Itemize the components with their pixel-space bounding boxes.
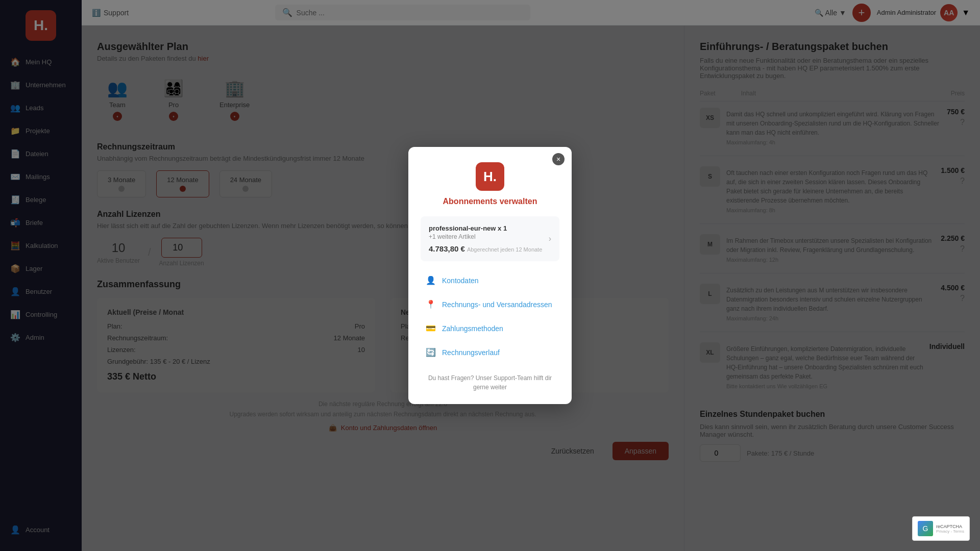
subscription-price: 4.783,80 € [429,244,465,253]
subscription-card[interactable]: professional-eur-new x 1 +1 weitere Arti… [421,216,559,261]
location-icon: 📍 [426,299,436,309]
recaptcha-text: reCAPTCHA Privacy - Terms [936,524,964,534]
subscription-more: +1 weitere Artikel [429,233,549,240]
menu-item-rechnungsverlauf[interactable]: 🔄 Rechnungsverlauf [421,341,559,363]
modal-footer: Du hast Fragen? Unser Support-Team hilft… [421,373,559,392]
menu-item-rechnungs-versand[interactable]: 📍 Rechnungs- und Versandadressen [421,293,559,315]
zahlungsmethoden-label: Zahlungsmethoden [442,324,503,333]
rechnungs-versand-label: Rechnungs- und Versandadressen [442,300,552,309]
modal-overlay[interactable]: × H. Abonnements verwalten professional-… [0,0,980,551]
subscription-arrow-icon: › [549,234,551,243]
abonnements-modal: × H. Abonnements verwalten professional-… [408,147,572,404]
subscription-billing: Abgerechnet jeden 12 Monate [467,246,542,253]
subscription-info: professional-eur-new x 1 +1 weitere Arti… [429,224,549,253]
recaptcha-logo: G [918,521,933,536]
kontodaten-label: Kontodaten [442,277,479,285]
modal-title: Abonnements verwalten [421,197,559,206]
history-icon: 🔄 [426,347,436,357]
modal-menu: 👤 Kontodaten 📍 Rechnungs- und Versandadr… [421,269,559,363]
modal-close-button[interactable]: × [552,153,565,165]
recaptcha-badge: G reCAPTCHA Privacy - Terms [912,516,970,541]
menu-item-zahlungsmethoden[interactable]: 💳 Zahlungsmethoden [421,317,559,339]
creditcard-icon: 💳 [426,323,436,333]
rechnungsverlauf-label: Rechnungsverlauf [442,348,500,357]
menu-item-kontodaten[interactable]: 👤 Kontodaten [421,269,559,291]
modal-logo: H. [476,162,504,191]
subscription-name: professional-eur-new x 1 [429,224,549,232]
kontodaten-icon: 👤 [426,276,436,285]
